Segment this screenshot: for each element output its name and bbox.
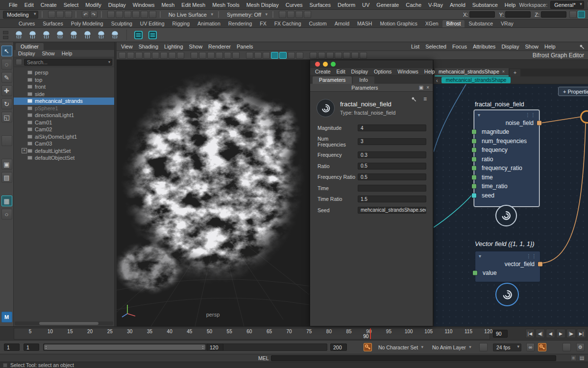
- float-panel-icon[interactable]: ▣: [419, 85, 423, 90]
- snap-to-view-plane-icon[interactable]: [141, 11, 148, 18]
- input-port[interactable]: [472, 148, 476, 152]
- menubar-item[interactable]: File: [5, 2, 21, 8]
- viewport-menu-item[interactable]: Lighting: [161, 44, 186, 49]
- menubar-item[interactable]: Mesh: [158, 2, 178, 8]
- shelf-tab[interactable]: Bifrost: [442, 20, 465, 27]
- use-all-lights-icon[interactable]: [271, 52, 278, 59]
- add-properties-button[interactable]: + Properties: [558, 87, 588, 96]
- params-menu-item[interactable]: Display: [348, 69, 371, 74]
- shelf-tab[interactable]: VRay: [497, 20, 517, 27]
- add-tab-button[interactable]: +: [510, 69, 520, 76]
- parameter-input[interactable]: 0.5: [358, 163, 426, 170]
- parameter-input[interactable]: 0.3: [358, 151, 426, 158]
- selection-highlight-icon[interactable]: [569, 11, 577, 18]
- window-titlebar[interactable]: [310, 60, 433, 68]
- axis-input[interactable]: [541, 11, 566, 18]
- node-input-row[interactable]: seed: [474, 191, 539, 200]
- snap-to-point-icon[interactable]: [124, 11, 131, 18]
- menubar-item[interactable]: Mesh Tools: [209, 2, 243, 8]
- input-port[interactable]: [472, 157, 476, 161]
- script-editor-icon[interactable]: ▤: [579, 355, 585, 361]
- wireframe-on-shaded-button[interactable]: ▤: [1, 172, 12, 183]
- outliner-menu-item[interactable]: Display: [15, 50, 38, 56]
- lasso-select-tool-button[interactable]: ◌: [1, 59, 12, 70]
- exposure-icon[interactable]: [326, 52, 334, 59]
- parameter-input[interactable]: mehcanical_strandsShape.seed: [358, 207, 426, 214]
- isolate-select-button[interactable]: ▣: [1, 159, 12, 170]
- outliner-item[interactable]: pSphere1: [14, 105, 114, 112]
- safe-action-icon[interactable]: [224, 52, 231, 59]
- grid-snap-button[interactable]: ▦: [1, 196, 12, 206]
- node-output-row[interactable]: noise_field: [474, 119, 539, 127]
- graph-node-vector-field[interactable]: ▾ ⋮⋮ vector_field value: [475, 251, 540, 282]
- menubar-item[interactable]: Mesh Display: [243, 2, 282, 8]
- outliner-item[interactable]: mehcanical_strands: [14, 98, 114, 105]
- command-language-toggle[interactable]: MEL: [258, 355, 269, 361]
- select-camera-icon[interactable]: [119, 52, 126, 59]
- open-scene-icon[interactable]: [56, 11, 64, 18]
- zoom-tool-button[interactable]: ○: [1, 209, 12, 220]
- snap-to-curve-icon[interactable]: [116, 11, 123, 18]
- command-input[interactable]: [271, 355, 556, 361]
- input-port[interactable]: [472, 193, 476, 197]
- shelf-tab[interactable]: Motion Graphics: [376, 20, 421, 27]
- node-input-row[interactable]: frequency_ratio: [474, 164, 539, 173]
- status-separator[interactable]: [42, 11, 45, 18]
- motion-blur-icon[interactable]: [296, 52, 303, 59]
- ipr-render-icon[interactable]: [287, 11, 294, 18]
- range-slider-handle[interactable]: [44, 344, 205, 350]
- shelf-tab[interactable]: Custom: [305, 20, 331, 27]
- move-tool-button[interactable]: ✚: [1, 85, 12, 96]
- params-menu-item[interactable]: Windows: [394, 69, 421, 74]
- bifrost-aero-shelf-icon[interactable]: [26, 29, 39, 41]
- params-menu-item[interactable]: Edit: [334, 69, 348, 74]
- graph-node-fractal-noise-field[interactable]: fractal_noise_field ▾ ⋮⋮ noise_field mag…: [474, 110, 539, 207]
- graph-editor-menu-item[interactable]: Show: [522, 44, 541, 49]
- menubar-item[interactable]: Help: [501, 2, 519, 8]
- close-tab-icon[interactable]: ×: [502, 69, 505, 74]
- outliner-item[interactable]: defaultObjectSet: [14, 154, 114, 162]
- shelf-tab[interactable]: UV Editing: [136, 20, 169, 27]
- viewport-canvas[interactable]: persp: [117, 60, 310, 326]
- snap-to-projected-center-icon[interactable]: [132, 11, 140, 18]
- bifrost-logo-node-icon[interactable]: [495, 283, 519, 306]
- menubar-item[interactable]: Cache: [402, 2, 425, 8]
- graph-editor-menu-item[interactable]: Display: [498, 44, 522, 49]
- shelf-tab[interactable]: XGen: [421, 20, 442, 27]
- outliner-menu-item[interactable]: Help: [58, 50, 76, 56]
- input-port[interactable]: [472, 130, 476, 134]
- parameter-input[interactable]: 3: [358, 138, 426, 145]
- animation-end-field[interactable]: 200: [330, 343, 347, 351]
- close-window-button[interactable]: [315, 62, 320, 67]
- grid-toggle-icon[interactable]: [177, 52, 184, 59]
- select-tool-button[interactable]: ↖: [1, 46, 12, 56]
- node-output-row[interactable]: vector_field: [475, 260, 540, 269]
- axis-input[interactable]: [469, 11, 495, 18]
- graph-tab[interactable]: mehcanical_strandsShape ×: [435, 68, 509, 76]
- input-port[interactable]: [472, 184, 476, 189]
- outliner-item[interactable]: side: [14, 91, 114, 98]
- wireframe-display-icon[interactable]: [246, 52, 253, 59]
- bifrost-mpm-sand-shelf-icon[interactable]: [68, 29, 80, 41]
- menubar-item[interactable]: Create: [37, 2, 60, 8]
- scrollbar-thumb[interactable]: [39, 322, 98, 325]
- outliner-item[interactable]: front: [14, 83, 114, 91]
- input-port[interactable]: [473, 271, 477, 275]
- film-gate-icon[interactable]: [191, 52, 198, 59]
- loop-mode-icon[interactable]: ∞: [526, 343, 535, 351]
- status-separator[interactable]: [160, 11, 163, 18]
- shadows-icon[interactable]: [279, 52, 287, 59]
- outliner-horizontal-scrollbar[interactable]: [15, 321, 113, 325]
- node-input-row[interactable]: ratio: [474, 155, 539, 164]
- menubar-item[interactable]: Windows: [129, 2, 158, 8]
- params-menu-item[interactable]: Options: [371, 69, 394, 74]
- breadcrumb-chip[interactable]: mehcanical_strandsShape: [441, 77, 511, 83]
- shelf-tab[interactable]: Surfaces: [39, 20, 67, 27]
- shelf-tab[interactable]: Arnold: [331, 20, 353, 27]
- outliner-item[interactable]: top: [14, 76, 114, 84]
- collapse-node-icon[interactable]: ▾: [478, 112, 480, 118]
- shelf-tab[interactable]: Poly Modeling: [67, 20, 107, 27]
- character-set-selector[interactable]: No Character Set: [378, 344, 425, 350]
- axis-input[interactable]: [505, 11, 531, 18]
- graph-canvas[interactable]: + Properties fractal_noise_field ▾ ⋮⋮ no…: [434, 84, 588, 326]
